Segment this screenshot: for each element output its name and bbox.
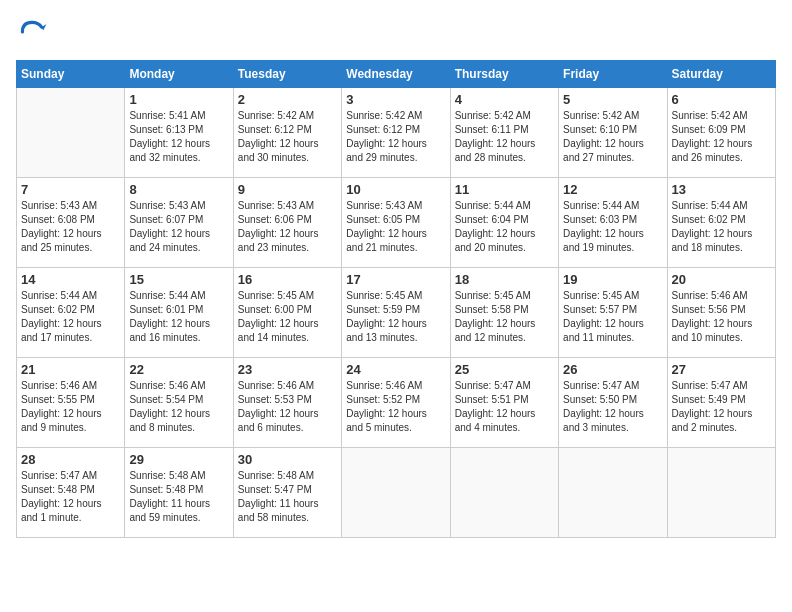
calendar-cell (342, 448, 450, 538)
day-info: Sunrise: 5:43 AMSunset: 6:05 PMDaylight:… (346, 199, 445, 255)
day-info: Sunrise: 5:44 AMSunset: 6:02 PMDaylight:… (21, 289, 120, 345)
header-sunday: Sunday (17, 61, 125, 88)
day-info: Sunrise: 5:43 AMSunset: 6:07 PMDaylight:… (129, 199, 228, 255)
day-info: Sunrise: 5:46 AMSunset: 5:56 PMDaylight:… (672, 289, 771, 345)
day-info: Sunrise: 5:46 AMSunset: 5:54 PMDaylight:… (129, 379, 228, 435)
day-number: 16 (238, 272, 337, 287)
calendar-cell: 18Sunrise: 5:45 AMSunset: 5:58 PMDayligh… (450, 268, 558, 358)
day-number: 12 (563, 182, 662, 197)
day-info: Sunrise: 5:46 AMSunset: 5:55 PMDaylight:… (21, 379, 120, 435)
day-info: Sunrise: 5:47 AMSunset: 5:50 PMDaylight:… (563, 379, 662, 435)
day-number: 5 (563, 92, 662, 107)
day-number: 25 (455, 362, 554, 377)
calendar-cell (559, 448, 667, 538)
day-info: Sunrise: 5:42 AMSunset: 6:10 PMDaylight:… (563, 109, 662, 165)
calendar-cell: 19Sunrise: 5:45 AMSunset: 5:57 PMDayligh… (559, 268, 667, 358)
calendar-week-5: 28Sunrise: 5:47 AMSunset: 5:48 PMDayligh… (17, 448, 776, 538)
day-info: Sunrise: 5:42 AMSunset: 6:11 PMDaylight:… (455, 109, 554, 165)
header-friday: Friday (559, 61, 667, 88)
calendar-cell: 22Sunrise: 5:46 AMSunset: 5:54 PMDayligh… (125, 358, 233, 448)
day-number: 14 (21, 272, 120, 287)
calendar-cell: 6Sunrise: 5:42 AMSunset: 6:09 PMDaylight… (667, 88, 775, 178)
day-number: 27 (672, 362, 771, 377)
calendar-cell: 27Sunrise: 5:47 AMSunset: 5:49 PMDayligh… (667, 358, 775, 448)
calendar-cell: 25Sunrise: 5:47 AMSunset: 5:51 PMDayligh… (450, 358, 558, 448)
day-info: Sunrise: 5:48 AMSunset: 5:47 PMDaylight:… (238, 469, 337, 525)
day-number: 9 (238, 182, 337, 197)
day-info: Sunrise: 5:47 AMSunset: 5:51 PMDaylight:… (455, 379, 554, 435)
day-number: 20 (672, 272, 771, 287)
calendar-cell: 4Sunrise: 5:42 AMSunset: 6:11 PMDaylight… (450, 88, 558, 178)
calendar-cell: 28Sunrise: 5:47 AMSunset: 5:48 PMDayligh… (17, 448, 125, 538)
day-number: 18 (455, 272, 554, 287)
day-info: Sunrise: 5:44 AMSunset: 6:01 PMDaylight:… (129, 289, 228, 345)
calendar-week-4: 21Sunrise: 5:46 AMSunset: 5:55 PMDayligh… (17, 358, 776, 448)
day-info: Sunrise: 5:46 AMSunset: 5:53 PMDaylight:… (238, 379, 337, 435)
day-number: 28 (21, 452, 120, 467)
day-number: 7 (21, 182, 120, 197)
calendar-cell (450, 448, 558, 538)
day-number: 6 (672, 92, 771, 107)
header-thursday: Thursday (450, 61, 558, 88)
calendar-week-3: 14Sunrise: 5:44 AMSunset: 6:02 PMDayligh… (17, 268, 776, 358)
calendar-cell: 30Sunrise: 5:48 AMSunset: 5:47 PMDayligh… (233, 448, 341, 538)
calendar-cell: 8Sunrise: 5:43 AMSunset: 6:07 PMDaylight… (125, 178, 233, 268)
calendar-cell (17, 88, 125, 178)
day-number: 1 (129, 92, 228, 107)
calendar-cell: 15Sunrise: 5:44 AMSunset: 6:01 PMDayligh… (125, 268, 233, 358)
day-number: 21 (21, 362, 120, 377)
day-number: 22 (129, 362, 228, 377)
day-info: Sunrise: 5:41 AMSunset: 6:13 PMDaylight:… (129, 109, 228, 165)
calendar-cell: 2Sunrise: 5:42 AMSunset: 6:12 PMDaylight… (233, 88, 341, 178)
day-number: 26 (563, 362, 662, 377)
day-info: Sunrise: 5:44 AMSunset: 6:04 PMDaylight:… (455, 199, 554, 255)
day-info: Sunrise: 5:46 AMSunset: 5:52 PMDaylight:… (346, 379, 445, 435)
calendar-cell: 5Sunrise: 5:42 AMSunset: 6:10 PMDaylight… (559, 88, 667, 178)
calendar-cell: 17Sunrise: 5:45 AMSunset: 5:59 PMDayligh… (342, 268, 450, 358)
day-info: Sunrise: 5:45 AMSunset: 5:58 PMDaylight:… (455, 289, 554, 345)
calendar-table: SundayMondayTuesdayWednesdayThursdayFrid… (16, 60, 776, 538)
day-number: 23 (238, 362, 337, 377)
calendar-header-row: SundayMondayTuesdayWednesdayThursdayFrid… (17, 61, 776, 88)
day-info: Sunrise: 5:44 AMSunset: 6:02 PMDaylight:… (672, 199, 771, 255)
day-info: Sunrise: 5:42 AMSunset: 6:12 PMDaylight:… (238, 109, 337, 165)
calendar-cell: 20Sunrise: 5:46 AMSunset: 5:56 PMDayligh… (667, 268, 775, 358)
day-number: 11 (455, 182, 554, 197)
header-monday: Monday (125, 61, 233, 88)
calendar-cell: 21Sunrise: 5:46 AMSunset: 5:55 PMDayligh… (17, 358, 125, 448)
calendar-week-2: 7Sunrise: 5:43 AMSunset: 6:08 PMDaylight… (17, 178, 776, 268)
day-info: Sunrise: 5:43 AMSunset: 6:08 PMDaylight:… (21, 199, 120, 255)
calendar-cell: 1Sunrise: 5:41 AMSunset: 6:13 PMDaylight… (125, 88, 233, 178)
header-saturday: Saturday (667, 61, 775, 88)
calendar-cell: 24Sunrise: 5:46 AMSunset: 5:52 PMDayligh… (342, 358, 450, 448)
day-info: Sunrise: 5:45 AMSunset: 5:57 PMDaylight:… (563, 289, 662, 345)
day-number: 4 (455, 92, 554, 107)
header (16, 16, 776, 48)
calendar-week-1: 1Sunrise: 5:41 AMSunset: 6:13 PMDaylight… (17, 88, 776, 178)
calendar-cell: 7Sunrise: 5:43 AMSunset: 6:08 PMDaylight… (17, 178, 125, 268)
day-info: Sunrise: 5:43 AMSunset: 6:06 PMDaylight:… (238, 199, 337, 255)
day-info: Sunrise: 5:42 AMSunset: 6:12 PMDaylight:… (346, 109, 445, 165)
calendar-cell: 3Sunrise: 5:42 AMSunset: 6:12 PMDaylight… (342, 88, 450, 178)
calendar-cell: 12Sunrise: 5:44 AMSunset: 6:03 PMDayligh… (559, 178, 667, 268)
day-number: 3 (346, 92, 445, 107)
logo (16, 16, 52, 48)
day-info: Sunrise: 5:45 AMSunset: 5:59 PMDaylight:… (346, 289, 445, 345)
day-number: 29 (129, 452, 228, 467)
day-number: 24 (346, 362, 445, 377)
day-number: 13 (672, 182, 771, 197)
day-number: 8 (129, 182, 228, 197)
calendar-cell: 14Sunrise: 5:44 AMSunset: 6:02 PMDayligh… (17, 268, 125, 358)
day-number: 2 (238, 92, 337, 107)
day-info: Sunrise: 5:47 AMSunset: 5:48 PMDaylight:… (21, 469, 120, 525)
day-info: Sunrise: 5:45 AMSunset: 6:00 PMDaylight:… (238, 289, 337, 345)
logo-icon (16, 16, 48, 48)
calendar-cell: 11Sunrise: 5:44 AMSunset: 6:04 PMDayligh… (450, 178, 558, 268)
calendar-cell: 16Sunrise: 5:45 AMSunset: 6:00 PMDayligh… (233, 268, 341, 358)
day-info: Sunrise: 5:47 AMSunset: 5:49 PMDaylight:… (672, 379, 771, 435)
header-tuesday: Tuesday (233, 61, 341, 88)
calendar-cell: 26Sunrise: 5:47 AMSunset: 5:50 PMDayligh… (559, 358, 667, 448)
calendar-cell: 23Sunrise: 5:46 AMSunset: 5:53 PMDayligh… (233, 358, 341, 448)
day-info: Sunrise: 5:44 AMSunset: 6:03 PMDaylight:… (563, 199, 662, 255)
header-wednesday: Wednesday (342, 61, 450, 88)
